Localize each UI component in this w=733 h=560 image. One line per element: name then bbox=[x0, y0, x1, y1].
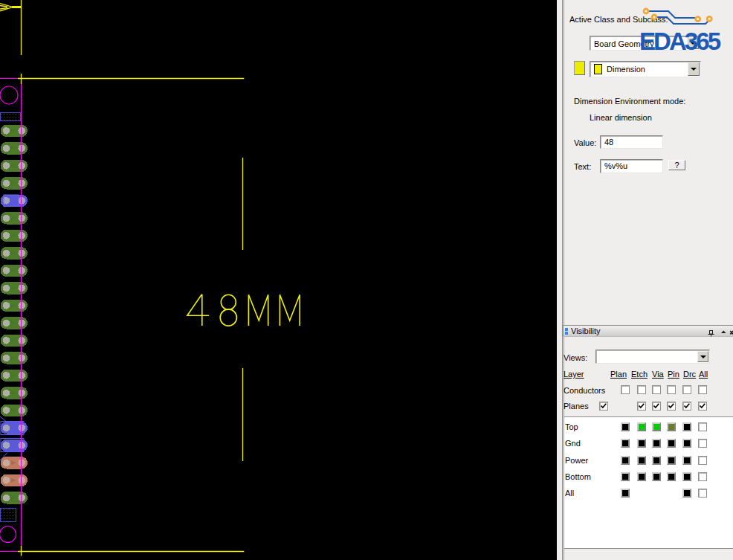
svg-text:EDA365: EDA365 bbox=[639, 28, 721, 55]
